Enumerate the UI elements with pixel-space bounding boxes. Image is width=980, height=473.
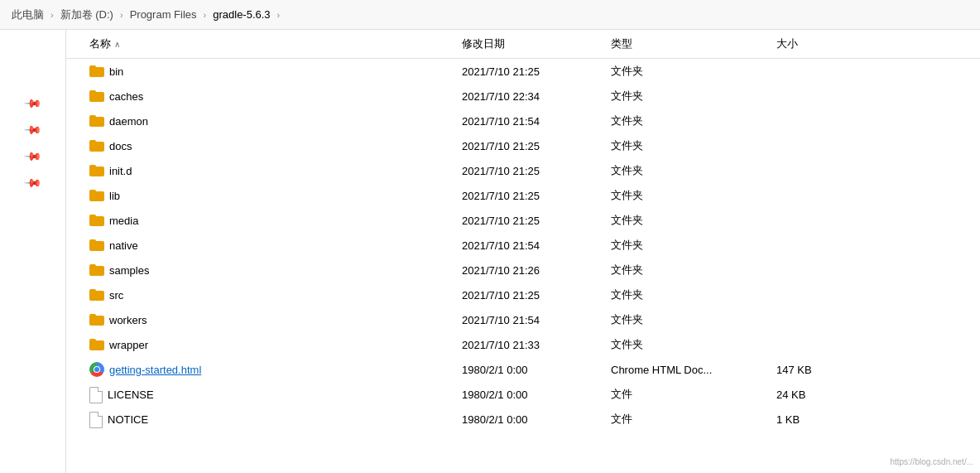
col-modified-label: 修改日期 — [462, 36, 505, 51]
table-row[interactable]: daemon2021/7/10 21:54文件夹 — [66, 109, 980, 133]
file-name-text: LICENSE — [108, 389, 154, 401]
file-size — [770, 343, 869, 346]
breadcrumb-sep-3: › — [204, 10, 207, 20]
file-size — [770, 194, 869, 197]
file-name-text: getting-started.html — [109, 364, 201, 376]
sort-arrow-name: ∧ — [114, 40, 120, 49]
main-container: 📌 📌 📌 📌 名称 ∧ 修改日期 类型 大小 bin2021/7/10 21:… — [0, 30, 980, 473]
file-modified: 2021/7/10 21:33 — [455, 337, 604, 353]
col-header-modified[interactable]: 修改日期 — [455, 35, 604, 53]
col-name-label: 名称 — [89, 36, 111, 51]
file-name-text: bin — [109, 65, 123, 78]
table-row[interactable]: caches2021/7/10 22:34文件夹 — [66, 84, 980, 109]
file-size — [770, 119, 869, 123]
breadcrumb-sep-2: › — [120, 10, 123, 20]
file-type: 文件夹 — [604, 211, 770, 229]
table-row[interactable]: NOTICE1980/2/1 0:00文件1 KB — [66, 407, 980, 432]
col-size-label: 大小 — [776, 36, 798, 51]
file-name-text: lib — [109, 190, 120, 202]
table-row[interactable]: LICENSE1980/2/1 0:00文件24 KB — [66, 382, 980, 407]
file-modified: 2021/7/10 21:25 — [455, 213, 604, 229]
table-row[interactable]: getting-started.html1980/2/1 0:00Chrome … — [66, 357, 980, 382]
file-modified: 2021/7/10 21:25 — [455, 163, 604, 179]
file-name-text: caches — [109, 90, 143, 103]
folder-icon — [89, 140, 104, 152]
table-row[interactable]: media2021/7/10 21:25文件夹 — [66, 208, 980, 233]
file-size — [770, 70, 869, 73]
table-row[interactable]: docs2021/7/10 21:25文件夹 — [66, 133, 980, 158]
col-type-label: 类型 — [611, 36, 632, 51]
file-size: 1 KB — [770, 412, 869, 427]
file-modified: 2021/7/10 21:54 — [455, 113, 604, 129]
file-modified: 2021/7/10 21:26 — [455, 263, 604, 278]
table-row[interactable]: wrapper2021/7/10 21:33文件夹 — [66, 332, 980, 357]
file-modified: 2021/7/10 21:25 — [455, 287, 604, 303]
folder-icon — [89, 314, 104, 326]
file-modified: 2021/7/10 22:34 — [455, 89, 604, 104]
file-type: 文件夹 — [604, 186, 770, 205]
table-row[interactable]: native2021/7/10 21:54文件夹 — [66, 233, 980, 258]
file-modified: 1980/2/1 0:00 — [455, 412, 604, 427]
column-headers: 名称 ∧ 修改日期 类型 大小 — [66, 30, 980, 59]
breadcrumb-sep-4: › — [277, 10, 281, 20]
table-row[interactable]: workers2021/7/10 21:54文件夹 — [66, 307, 980, 332]
col-header-name[interactable]: 名称 ∧ — [83, 35, 455, 53]
folder-icon — [89, 215, 104, 226]
breadcrumb-programfiles[interactable]: Program Files — [127, 7, 200, 22]
file-size — [770, 144, 869, 147]
file-type: 文件夹 — [604, 62, 770, 80]
file-type: 文件夹 — [604, 261, 770, 279]
col-header-type[interactable]: 类型 — [604, 35, 770, 53]
table-row[interactable]: lib2021/7/10 21:25文件夹 — [66, 183, 980, 208]
folder-icon — [89, 190, 104, 201]
pin-icon-2[interactable]: 📌 — [23, 119, 42, 138]
file-size — [770, 244, 869, 247]
table-row[interactable]: bin2021/7/10 21:25文件夹 — [66, 59, 980, 84]
file-size — [770, 169, 869, 172]
file-type: 文件夹 — [604, 236, 770, 254]
folder-icon — [89, 90, 104, 102]
file-modified: 2021/7/10 21:25 — [455, 64, 604, 80]
file-size — [770, 94, 869, 98]
chrome-icon — [89, 362, 104, 377]
breadcrumb-pc[interactable]: 此电脑 — [8, 6, 47, 24]
file-name-text: workers — [109, 314, 147, 326]
breadcrumb-drive[interactable]: 新加卷 (D:) — [57, 6, 117, 24]
file-type: 文件夹 — [604, 162, 770, 180]
file-modified: 2021/7/10 21:54 — [455, 238, 604, 253]
col-header-size[interactable]: 大小 — [770, 35, 869, 53]
file-modified: 2021/7/10 21:25 — [455, 138, 604, 154]
file-name-text: native — [109, 239, 138, 252]
pin-icon-4[interactable]: 📌 — [23, 172, 42, 191]
table-row[interactable]: samples2021/7/10 21:26文件夹 — [66, 258, 980, 282]
folder-icon — [89, 339, 104, 350]
file-size — [770, 293, 869, 297]
file-size — [770, 219, 869, 222]
file-name-text: wrapper — [109, 339, 148, 351]
file-doc-icon — [89, 412, 103, 427]
file-type: 文件 — [604, 385, 770, 403]
file-doc-icon — [89, 387, 103, 402]
file-modified: 1980/2/1 0:00 — [455, 362, 604, 378]
file-modified: 2021/7/10 21:25 — [455, 188, 604, 204]
pin-icon-3[interactable]: 📌 — [23, 146, 42, 165]
file-name-text: src — [109, 289, 123, 302]
file-type: 文件夹 — [604, 286, 770, 304]
folder-icon — [89, 165, 104, 176]
breadcrumb-gradle[interactable]: gradle-5.6.3 — [209, 7, 273, 22]
file-modified: 1980/2/1 0:00 — [455, 387, 604, 403]
folder-icon — [89, 289, 104, 301]
breadcrumb: 此电脑 › 新加卷 (D:) › Program Files › gradle-… — [0, 0, 980, 30]
file-size — [770, 268, 869, 272]
file-name-text: media — [109, 215, 138, 227]
table-row[interactable]: init.d2021/7/10 21:25文件夹 — [66, 158, 980, 183]
table-row[interactable]: src2021/7/10 21:25文件夹 — [66, 282, 980, 307]
file-modified: 2021/7/10 21:54 — [455, 312, 604, 328]
file-list-container[interactable]: 名称 ∧ 修改日期 类型 大小 bin2021/7/10 21:25文件夹cac… — [66, 30, 980, 473]
file-type: 文件夹 — [604, 311, 770, 329]
file-size — [770, 318, 869, 321]
pin-icon-1[interactable]: 📌 — [23, 93, 42, 112]
folder-icon — [89, 239, 104, 251]
file-name-text: daemon — [109, 115, 148, 128]
file-type: 文件夹 — [604, 335, 770, 354]
